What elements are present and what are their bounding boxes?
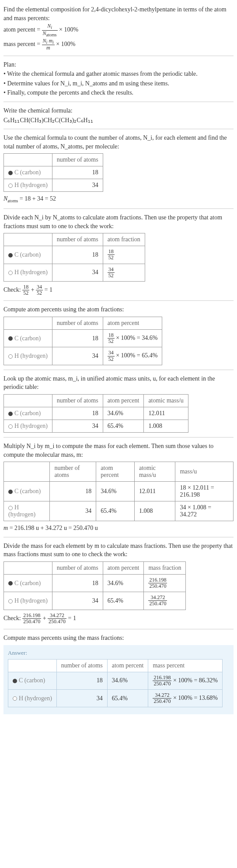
divider: [3, 300, 234, 301]
carbon-swatch-icon: [8, 581, 13, 586]
table-header-row: number of atoms: [4, 154, 103, 166]
atom-percent-formula: atom percent = Ni Natoms × 100%: [3, 23, 234, 37]
table-header-row: number of atoms atom percent atomic mass…: [4, 394, 188, 407]
hydrogen-label: H (hydrogen): [14, 269, 48, 275]
plan-item-1: • Write the chemical formula and gather …: [3, 70, 234, 78]
divider: [3, 208, 234, 209]
carbon-atoms: 18: [52, 246, 103, 264]
atomfrac-table: number of atoms atom fraction C (carbon)…: [3, 233, 145, 282]
carbon-swatch-icon: [8, 253, 13, 258]
label: atom percent =: [3, 26, 40, 33]
table-row: C (carbon) 18 1852 × 100% = 34.6%: [4, 330, 162, 347]
hydrogen-swatch-icon: [8, 183, 13, 188]
divider: [3, 629, 234, 629]
hydrogen-swatch-icon: [8, 354, 13, 359]
atomfrac-check: Check: 1852 + 3452 = 1: [3, 284, 234, 296]
count-table: number of atoms C (carbon) 18 H (hydroge…: [3, 153, 103, 192]
table-row: H (hydrogen) 34 65.4% 34.272250.470: [4, 592, 186, 610]
chemical-formula: C₆H₁₁CH(CH₃)CH₂C(CH₃)₂C₆H₁₁: [3, 116, 234, 125]
plan-item-2: • Determine values for N_i, m_i, N_atoms…: [3, 79, 234, 88]
massmult-table: number of atoms atom percent atomic mass…: [3, 462, 234, 521]
intro-block: Find the elemental composition for 2,4-d…: [3, 5, 234, 51]
massfrac-block: Divide the mass for each element by m to…: [3, 542, 234, 625]
formula-heading: Write the chemical formula:: [3, 106, 234, 115]
carbon-atoms: 18: [52, 166, 103, 179]
divider: [3, 56, 234, 56]
carbon-label: C (carbon): [14, 169, 41, 176]
atomfrac-text: Divide each N_i by N_atoms to calculate …: [3, 213, 234, 230]
hydrogen-fraction: 3452: [103, 264, 145, 281]
table-row: H (hydrogen) 34 65.4% 1.008 34 × 1.008 =…: [4, 501, 234, 521]
divider: [3, 537, 234, 537]
table-row: C (carbon) 18: [4, 166, 103, 179]
molecular-mass-sum: m = 216.198 u + 34.272 u = 250.470 u: [3, 524, 234, 533]
element-cell: H (hydrogen): [4, 179, 52, 192]
table-row: H (hydrogen) 34 65.4% 34.272250.470 × 10…: [8, 690, 223, 707]
carbon-swatch-icon: [13, 679, 17, 683]
carbon-percent: 1852 × 100% = 34.6%: [103, 330, 162, 347]
divider: [3, 129, 234, 129]
element-cell: C (carbon): [4, 166, 52, 179]
table-header-row: number of atoms atom fraction: [4, 233, 145, 246]
carbon-mass-percent: 216.198250.470 × 100% = 86.32%: [148, 672, 223, 689]
carbon-swatch-icon: [8, 412, 13, 416]
table-row: C (carbon) 18 34.6% 216.198250.470 × 100…: [8, 672, 223, 689]
hydrogen-swatch-icon: [8, 599, 13, 603]
atomicmass-table: number of atoms atom percent atomic mass…: [3, 394, 188, 433]
times-100: × 100%: [59, 26, 78, 33]
mass-percent-formula: mass percent = Ni mi m × 100%: [3, 38, 234, 51]
hydrogen-atoms: 34: [52, 264, 103, 281]
times-100: × 100%: [56, 41, 75, 47]
natoms-sum: Natoms N_atoms = 18 + 34 = 52= 18 + 34 =…: [3, 194, 234, 204]
massfrac-check: Check: 216.198250.470 + 34.272250.470 = …: [3, 613, 234, 625]
divider: [3, 437, 234, 438]
label: mass percent =: [3, 41, 40, 47]
carbon-swatch-icon: [8, 171, 13, 175]
answer-label: Answer:: [8, 649, 229, 656]
fraction: Ni mi m: [42, 38, 55, 51]
fraction-header: atom fraction: [103, 233, 145, 246]
carbon-fraction: 1852: [103, 246, 145, 264]
fraction: Ni Natoms: [42, 23, 58, 37]
hydrogen-atoms: 34: [52, 179, 103, 192]
hydrogen-mass-fraction: 34.272250.470: [144, 592, 186, 610]
table-row: C (carbon) 18 1852: [4, 246, 145, 264]
table-header-row: number of atoms atom percent mass percen…: [8, 659, 223, 672]
table-row: H (hydrogen) 34 3452 × 100% = 65.4%: [4, 347, 162, 365]
massfrac-text: Divide the mass for each element by m to…: [3, 542, 234, 559]
carbon-swatch-icon: [8, 336, 13, 341]
carbon-mass-fraction: 216.198250.470: [144, 574, 186, 592]
final-text: Compute mass percents using the mass fra…: [3, 634, 234, 642]
count-text: Use the chemical formula to count the nu…: [3, 134, 234, 151]
atompct-text: Compute atom percents using the atom fra…: [3, 305, 234, 314]
massmult-text: Multiply N_i by m_i to compute the mass …: [3, 442, 234, 459]
formula-block: Write the chemical formula: C₆H₁₁CH(CH₃)…: [3, 106, 234, 124]
percent-header: atom percent: [103, 317, 162, 330]
atoms-header: number of atoms: [52, 233, 103, 246]
plan-heading: Plan:: [3, 60, 234, 69]
hydrogen-swatch-icon: [13, 696, 17, 701]
atomfrac-block: Divide each N_i by N_atoms to calculate …: [3, 213, 234, 296]
count-block: Use the chemical formula to count the nu…: [3, 134, 234, 204]
atomicmass-text: Look up the atomic mass, m_i, in unified…: [3, 374, 234, 392]
carbon-swatch-icon: [8, 490, 13, 494]
hydrogen-mass-percent: 34.272250.470 × 100% = 13.68%: [148, 690, 223, 707]
atompct-block: Compute atom percents using the atom fra…: [3, 305, 234, 365]
hydrogen-label: H (hydrogen): [14, 182, 48, 188]
atoms-header: number of atoms: [52, 317, 103, 330]
plan-item-3: • Finally, compute the percents and chec…: [3, 88, 234, 97]
final-block: Compute mass percents using the mass fra…: [3, 634, 234, 714]
empty-header: [4, 154, 52, 166]
atoms-header: number of atoms: [52, 154, 103, 166]
table-header-row: number of atoms atom percent mass fracti…: [4, 561, 186, 574]
plan-block: Plan: • Write the chemical formula and g…: [3, 60, 234, 97]
hydrogen-swatch-icon: [8, 506, 13, 510]
carbon-label: C (carbon): [14, 251, 41, 258]
atompct-table: number of atoms atom percent C (carbon) …: [3, 317, 162, 365]
answer-table: number of atoms atom percent mass percen…: [8, 659, 223, 708]
table-row: H (hydrogen) 34 3452: [4, 264, 145, 281]
table-row: C (carbon) 18 34.6% 12.011 18 × 12.011 =…: [4, 482, 234, 501]
massmult-block: Multiply N_i by m_i to compute the mass …: [3, 442, 234, 533]
massfrac-table: number of atoms atom percent mass fracti…: [3, 561, 186, 610]
table-row: H (hydrogen) 34: [4, 179, 103, 192]
